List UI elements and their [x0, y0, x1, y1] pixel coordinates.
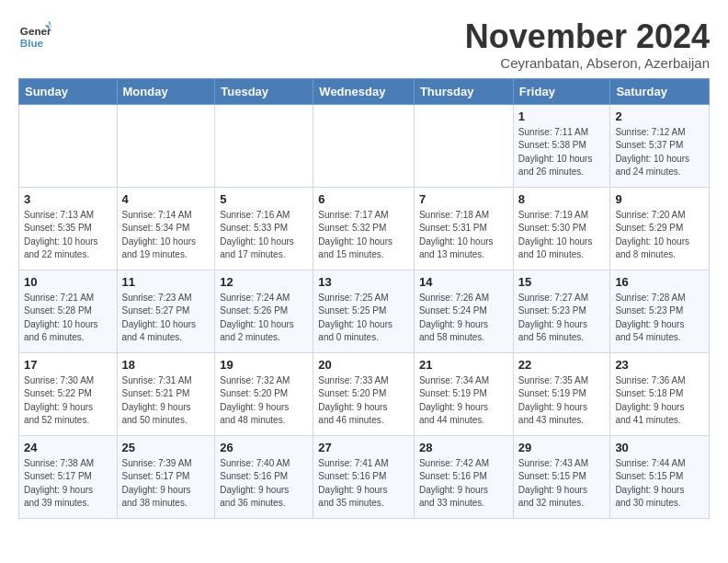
day-number: 17: [24, 358, 112, 372]
day-info: Sunrise: 7:34 AM Sunset: 5:19 PM Dayligh…: [419, 374, 508, 428]
calendar-cell: 9Sunrise: 7:20 AM Sunset: 5:29 PM Daylig…: [610, 187, 710, 270]
calendar-week-row: 1Sunrise: 7:11 AM Sunset: 5:38 PM Daylig…: [19, 104, 710, 187]
day-info: Sunrise: 7:24 AM Sunset: 5:26 PM Dayligh…: [220, 292, 308, 345]
weekday-header: Wednesday: [313, 78, 415, 104]
day-info: Sunrise: 7:23 AM Sunset: 5:27 PM Dayligh…: [122, 292, 210, 345]
day-number: 20: [318, 358, 409, 372]
day-info: Sunrise: 7:33 AM Sunset: 5:20 PM Dayligh…: [318, 374, 409, 428]
calendar-cell: 10Sunrise: 7:21 AM Sunset: 5:28 PM Dayli…: [19, 270, 118, 352]
calendar-cell: 15Sunrise: 7:27 AM Sunset: 5:23 PM Dayli…: [513, 270, 610, 352]
day-number: 24: [24, 441, 112, 454]
day-info: Sunrise: 7:28 AM Sunset: 5:23 PM Dayligh…: [615, 292, 704, 345]
calendar-cell: 2Sunrise: 7:12 AM Sunset: 5:37 PM Daylig…: [610, 104, 710, 187]
svg-text:Blue: Blue: [20, 37, 44, 49]
calendar-cell: [117, 104, 215, 187]
calendar-cell: 17Sunrise: 7:30 AM Sunset: 5:22 PM Dayli…: [19, 352, 118, 435]
day-number: 27: [318, 441, 409, 454]
calendar-cell: 11Sunrise: 7:23 AM Sunset: 5:27 PM Dayli…: [117, 270, 215, 352]
calendar-header: SundayMondayTuesdayWednesdayThursdayFrid…: [19, 78, 710, 104]
calendar-cell: 6Sunrise: 7:17 AM Sunset: 5:32 PM Daylig…: [313, 187, 415, 270]
weekday-header: Saturday: [610, 78, 710, 104]
calendar-cell: 28Sunrise: 7:42 AM Sunset: 5:16 PM Dayli…: [414, 435, 513, 518]
calendar-cell: 26Sunrise: 7:40 AM Sunset: 5:16 PM Dayli…: [215, 435, 313, 518]
calendar-cell: 5Sunrise: 7:16 AM Sunset: 5:33 PM Daylig…: [215, 187, 313, 270]
day-info: Sunrise: 7:35 AM Sunset: 5:19 PM Dayligh…: [518, 374, 606, 428]
calendar-cell: 25Sunrise: 7:39 AM Sunset: 5:17 PM Dayli…: [117, 435, 215, 518]
day-info: Sunrise: 7:26 AM Sunset: 5:24 PM Dayligh…: [419, 292, 508, 345]
calendar-cell: [414, 104, 513, 187]
day-info: Sunrise: 7:40 AM Sunset: 5:16 PM Dayligh…: [220, 457, 308, 511]
calendar-week-row: 10Sunrise: 7:21 AM Sunset: 5:28 PM Dayli…: [19, 270, 710, 352]
page-header: General Blue November 2024 Ceyranbatan, …: [18, 18, 710, 71]
day-number: 19: [220, 358, 308, 372]
weekday-header: Sunday: [19, 78, 118, 104]
calendar-cell: 24Sunrise: 7:38 AM Sunset: 5:17 PM Dayli…: [19, 435, 118, 518]
day-number: 16: [615, 275, 704, 289]
day-number: 10: [24, 275, 112, 289]
logo-icon: General Blue: [18, 18, 51, 52]
day-number: 14: [419, 275, 508, 289]
day-info: Sunrise: 7:14 AM Sunset: 5:34 PM Dayligh…: [122, 209, 210, 262]
calendar-cell: 1Sunrise: 7:11 AM Sunset: 5:38 PM Daylig…: [513, 104, 610, 187]
day-info: Sunrise: 7:44 AM Sunset: 5:15 PM Dayligh…: [615, 457, 704, 511]
day-info: Sunrise: 7:19 AM Sunset: 5:30 PM Dayligh…: [518, 209, 606, 262]
month-title: November 2024: [465, 18, 710, 55]
day-number: 25: [122, 441, 210, 454]
day-info: Sunrise: 7:39 AM Sunset: 5:17 PM Dayligh…: [122, 457, 210, 511]
calendar-week-row: 17Sunrise: 7:30 AM Sunset: 5:22 PM Dayli…: [19, 352, 710, 435]
calendar-cell: 4Sunrise: 7:14 AM Sunset: 5:34 PM Daylig…: [117, 187, 215, 270]
day-info: Sunrise: 7:36 AM Sunset: 5:18 PM Dayligh…: [615, 374, 704, 428]
weekday-header: Monday: [117, 78, 215, 104]
title-block: November 2024 Ceyranbatan, Abseron, Azer…: [465, 18, 710, 71]
calendar-cell: 20Sunrise: 7:33 AM Sunset: 5:20 PM Dayli…: [313, 352, 415, 435]
day-info: Sunrise: 7:21 AM Sunset: 5:28 PM Dayligh…: [24, 292, 112, 345]
calendar-cell: 16Sunrise: 7:28 AM Sunset: 5:23 PM Dayli…: [610, 270, 710, 352]
day-info: Sunrise: 7:43 AM Sunset: 5:15 PM Dayligh…: [518, 457, 606, 511]
day-number: 11: [122, 275, 210, 289]
day-number: 7: [419, 192, 508, 206]
day-number: 6: [318, 192, 409, 206]
calendar-cell: [19, 104, 118, 187]
day-number: 15: [518, 275, 606, 289]
weekday-header: Tuesday: [215, 78, 313, 104]
day-number: 12: [220, 275, 308, 289]
day-number: 29: [518, 441, 606, 454]
day-info: Sunrise: 7:18 AM Sunset: 5:31 PM Dayligh…: [419, 209, 508, 262]
calendar-body: 1Sunrise: 7:11 AM Sunset: 5:38 PM Daylig…: [19, 104, 710, 518]
day-info: Sunrise: 7:17 AM Sunset: 5:32 PM Dayligh…: [318, 209, 409, 262]
day-info: Sunrise: 7:31 AM Sunset: 5:21 PM Dayligh…: [122, 374, 210, 428]
day-number: 8: [518, 192, 606, 206]
day-info: Sunrise: 7:41 AM Sunset: 5:16 PM Dayligh…: [318, 457, 409, 511]
day-number: 22: [518, 358, 606, 372]
calendar-cell: 23Sunrise: 7:36 AM Sunset: 5:18 PM Dayli…: [610, 352, 710, 435]
day-info: Sunrise: 7:42 AM Sunset: 5:16 PM Dayligh…: [419, 457, 508, 511]
day-info: Sunrise: 7:11 AM Sunset: 5:38 PM Dayligh…: [518, 126, 606, 179]
weekday-header: Thursday: [414, 78, 513, 104]
calendar-cell: 30Sunrise: 7:44 AM Sunset: 5:15 PM Dayli…: [610, 435, 710, 518]
day-info: Sunrise: 7:16 AM Sunset: 5:33 PM Dayligh…: [220, 209, 308, 262]
day-number: 21: [419, 358, 508, 372]
day-number: 9: [615, 192, 704, 206]
subtitle: Ceyranbatan, Abseron, Azerbaijan: [465, 55, 710, 71]
day-number: 30: [615, 441, 704, 454]
day-info: Sunrise: 7:32 AM Sunset: 5:20 PM Dayligh…: [220, 374, 308, 428]
day-number: 26: [220, 441, 308, 454]
day-number: 3: [24, 192, 112, 206]
day-info: Sunrise: 7:30 AM Sunset: 5:22 PM Dayligh…: [24, 374, 112, 428]
day-number: 13: [318, 275, 409, 289]
calendar-week-row: 24Sunrise: 7:38 AM Sunset: 5:17 PM Dayli…: [19, 435, 710, 518]
day-info: Sunrise: 7:20 AM Sunset: 5:29 PM Dayligh…: [615, 209, 704, 262]
day-number: 1: [518, 109, 606, 123]
calendar-cell: 18Sunrise: 7:31 AM Sunset: 5:21 PM Dayli…: [117, 352, 215, 435]
weekday-header: Friday: [513, 78, 610, 104]
calendar-cell: 22Sunrise: 7:35 AM Sunset: 5:19 PM Dayli…: [513, 352, 610, 435]
day-number: 23: [615, 358, 704, 372]
logo: General Blue: [18, 18, 51, 52]
calendar-cell: 21Sunrise: 7:34 AM Sunset: 5:19 PM Dayli…: [414, 352, 513, 435]
calendar-cell: 7Sunrise: 7:18 AM Sunset: 5:31 PM Daylig…: [414, 187, 513, 270]
calendar-cell: 27Sunrise: 7:41 AM Sunset: 5:16 PM Dayli…: [313, 435, 415, 518]
day-info: Sunrise: 7:12 AM Sunset: 5:37 PM Dayligh…: [615, 126, 704, 179]
calendar-cell: [313, 104, 415, 187]
calendar-cell: 13Sunrise: 7:25 AM Sunset: 5:25 PM Dayli…: [313, 270, 415, 352]
calendar-cell: [215, 104, 313, 187]
